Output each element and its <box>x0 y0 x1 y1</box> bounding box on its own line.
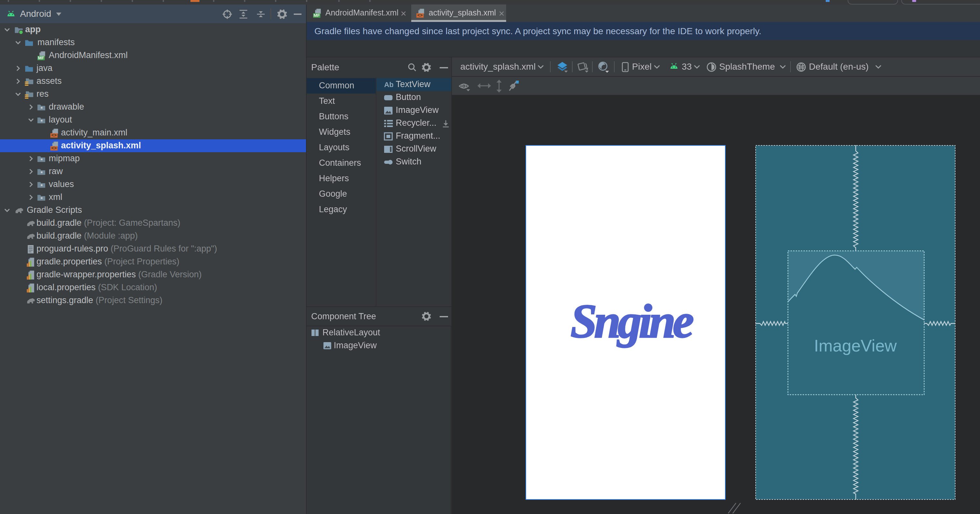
svg-text:<>: <> <box>417 12 423 17</box>
svg-text:MF: MF <box>38 55 44 60</box>
svg-text:ImageView: ImageView <box>814 336 897 355</box>
svg-text:Ab: Ab <box>384 80 393 88</box>
svg-text:<>: <> <box>51 132 56 137</box>
svg-text:<>: <> <box>51 145 56 150</box>
svg-text:MF: MF <box>313 13 320 17</box>
